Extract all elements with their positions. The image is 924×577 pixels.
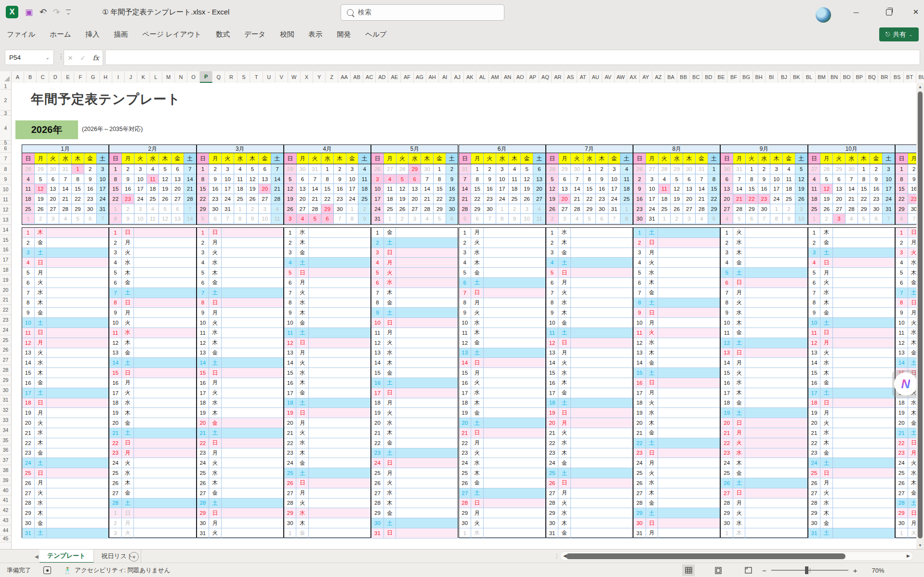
day-row[interactable]: 23金	[22, 448, 108, 459]
calendar-cell[interactable]: 29	[471, 204, 484, 214]
day-row[interactable]: 20火	[22, 418, 108, 428]
day-row[interactable]: 9月	[896, 308, 916, 318]
day-number-cell[interactable]: 24	[371, 458, 384, 468]
event-cell[interactable]	[396, 268, 458, 277]
day-weekday-cell[interactable]: 水	[384, 348, 396, 358]
column-header-AY[interactable]: AY	[640, 71, 652, 83]
calendar-cell[interactable]: 27	[646, 164, 659, 174]
day-weekday-cell[interactable]: 火	[646, 468, 659, 478]
event-cell[interactable]	[396, 368, 458, 378]
calendar-cell[interactable]: 13	[172, 214, 184, 224]
row-header-22[interactable]: 22	[0, 305, 11, 315]
day-row[interactable]: 2金	[22, 238, 108, 248]
day-number-cell[interactable]: 6	[109, 278, 122, 288]
day-weekday-cell[interactable]: 水	[384, 278, 396, 288]
day-number-cell[interactable]: 3	[546, 248, 559, 258]
day-number-cell[interactable]: 21	[22, 428, 35, 438]
calendar-cell[interactable]: 3	[284, 214, 297, 224]
day-weekday-cell[interactable]: 日	[646, 238, 659, 248]
day-weekday-cell[interactable]: 金	[122, 488, 134, 498]
day-weekday-cell[interactable]: 木	[122, 268, 134, 277]
calendar-cell[interactable]: 31	[883, 204, 895, 214]
day-row[interactable]: 20火	[808, 418, 895, 428]
calendar-cell[interactable]: 8	[746, 174, 758, 184]
day-number-cell[interactable]: 20	[22, 418, 35, 428]
day-row[interactable]: 19土	[721, 408, 807, 418]
day-weekday-cell[interactable]: 金	[296, 388, 309, 398]
column-header-I[interactable]: I	[112, 71, 125, 83]
day-weekday-cell[interactable]: 土	[122, 358, 134, 367]
event-cell[interactable]	[484, 428, 545, 438]
row-header-10[interactable]: 10	[0, 184, 11, 195]
event-cell[interactable]	[571, 488, 633, 498]
day-weekday-cell[interactable]: 火	[820, 488, 833, 498]
day-weekday-cell[interactable]: 木	[558, 378, 571, 388]
event-cell[interactable]	[484, 368, 545, 378]
day-row[interactable]: 22日	[896, 438, 916, 448]
day-row[interactable]: 15日	[197, 368, 283, 378]
day-number-cell[interactable]: 23	[459, 448, 472, 458]
calendar-cell[interactable]: 15	[746, 184, 758, 194]
column-header-BS[interactable]: BS	[891, 71, 903, 83]
day-weekday-cell[interactable]: 木	[646, 278, 659, 288]
column-header-J[interactable]: J	[125, 71, 137, 83]
day-row[interactable]: 26木	[896, 478, 916, 488]
calendar-cell[interactable]: 22	[583, 194, 596, 204]
day-weekday-cell[interactable]: 火	[908, 528, 917, 538]
event-cell[interactable]	[134, 438, 196, 448]
day-number-cell[interactable]: 13	[459, 348, 472, 358]
calendar-cell[interactable]: 15	[858, 184, 871, 194]
day-row[interactable]: 12木	[896, 338, 916, 348]
day-row[interactable]: 19火	[371, 408, 458, 418]
calendar-cell[interactable]: 19	[247, 184, 259, 194]
day-number-cell[interactable]: 6	[22, 278, 35, 288]
event-cell[interactable]	[658, 368, 720, 378]
event-cell[interactable]	[658, 388, 720, 398]
event-cell[interactable]	[658, 298, 720, 308]
day-number-cell[interactable]: 21	[197, 428, 210, 438]
day-row[interactable]: 31土	[22, 528, 108, 538]
day-weekday-cell[interactable]: 土	[471, 418, 484, 428]
day-number-cell[interactable]: 9	[808, 308, 821, 317]
day-row[interactable]: 10木	[721, 318, 807, 328]
event-cell[interactable]	[658, 458, 720, 468]
event-cell[interactable]	[396, 228, 458, 237]
row-header-44[interactable]: 44	[0, 525, 11, 536]
calendar-cell[interactable]: 4	[271, 204, 283, 214]
day-number-cell[interactable]: 5	[808, 268, 821, 277]
event-cell[interactable]	[571, 438, 633, 448]
calendar-cell[interactable]: 28	[845, 204, 858, 214]
calendar-cell[interactable]: 16	[870, 184, 883, 194]
day-weekday-cell[interactable]: 金	[820, 308, 833, 317]
calendar-cell[interactable]: 24	[770, 194, 783, 204]
day-number-cell[interactable]: 25	[721, 468, 733, 478]
day-weekday-cell[interactable]: 日	[558, 338, 571, 348]
day-number-cell[interactable]: 28	[634, 498, 646, 508]
page-layout-view-button[interactable]	[712, 564, 725, 576]
day-number-cell[interactable]: 19	[22, 408, 35, 418]
event-cell[interactable]	[222, 478, 283, 488]
day-weekday-cell[interactable]: 金	[558, 458, 571, 468]
calendar-cell[interactable]: 6	[683, 174, 696, 184]
day-row[interactable]: 23日	[634, 448, 720, 459]
calendar-cell[interactable]: 31	[733, 164, 746, 174]
day-number-cell[interactable]: 6	[284, 278, 297, 288]
day-row[interactable]: 7水	[22, 288, 108, 298]
day-row[interactable]: 17火	[197, 388, 283, 398]
day-row[interactable]: 23月	[197, 448, 283, 459]
event-cell[interactable]	[745, 388, 807, 398]
day-weekday-cell[interactable]: 水	[558, 438, 571, 448]
day-number-cell[interactable]: 25	[22, 468, 35, 478]
day-weekday-cell[interactable]: 月	[733, 358, 746, 367]
ribbon-tab-校閲[interactable]: 校閲	[280, 30, 294, 39]
day-row[interactable]: 7土	[197, 288, 283, 298]
day-number-cell[interactable]: 19	[634, 408, 646, 418]
day-number-cell[interactable]: 19	[896, 408, 908, 418]
calendar-cell[interactable]: 20	[297, 194, 309, 204]
day-weekday-cell[interactable]: 水	[209, 468, 222, 478]
day-weekday-cell[interactable]: 金	[646, 428, 659, 438]
event-cell[interactable]	[484, 468, 545, 478]
close-button[interactable]: ✕	[905, 0, 924, 24]
day-weekday-cell[interactable]: 木	[35, 368, 47, 378]
event-cell[interactable]	[745, 448, 807, 458]
